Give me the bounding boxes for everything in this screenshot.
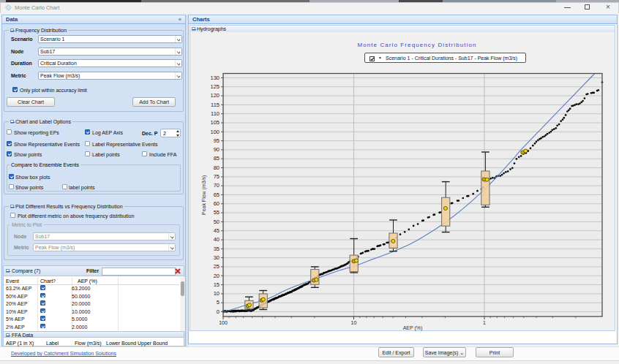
svg-text:0: 0 xyxy=(217,308,220,315)
svg-text:130: 130 xyxy=(210,75,220,81)
svg-text:60: 60 xyxy=(214,200,220,207)
svg-text:110: 110 xyxy=(211,110,220,117)
svg-text:40: 40 xyxy=(214,236,220,243)
svg-text:90: 90 xyxy=(214,146,220,153)
svg-text:85: 85 xyxy=(214,155,220,162)
svg-text:5: 5 xyxy=(217,299,220,306)
svg-text:30: 30 xyxy=(214,254,220,261)
svg-text:55: 55 xyxy=(214,209,220,216)
svg-text:25: 25 xyxy=(214,263,220,270)
svg-text:125: 125 xyxy=(210,83,220,90)
svg-text:120: 120 xyxy=(210,92,220,99)
svg-text:75: 75 xyxy=(214,173,220,180)
svg-text:10: 10 xyxy=(214,290,220,297)
svg-text:Peak Flow (m3/s): Peak Flow (m3/s) xyxy=(202,175,208,215)
svg-text:100: 100 xyxy=(219,320,228,325)
svg-text:45: 45 xyxy=(214,227,220,234)
svg-text:15: 15 xyxy=(214,281,220,288)
svg-text:100: 100 xyxy=(210,129,220,135)
svg-text:50: 50 xyxy=(214,219,220,225)
svg-text:105: 105 xyxy=(210,119,220,126)
svg-text:35: 35 xyxy=(214,246,220,252)
svg-text:20: 20 xyxy=(214,273,220,279)
svg-text:115: 115 xyxy=(211,102,220,108)
svg-text:1: 1 xyxy=(483,320,486,325)
svg-text:70: 70 xyxy=(214,182,220,189)
svg-text:80: 80 xyxy=(214,164,220,171)
svg-text:10: 10 xyxy=(351,320,357,325)
svg-text:AEP (%): AEP (%) xyxy=(403,325,423,331)
svg-text:65: 65 xyxy=(214,192,220,198)
svg-text:95: 95 xyxy=(214,137,220,144)
